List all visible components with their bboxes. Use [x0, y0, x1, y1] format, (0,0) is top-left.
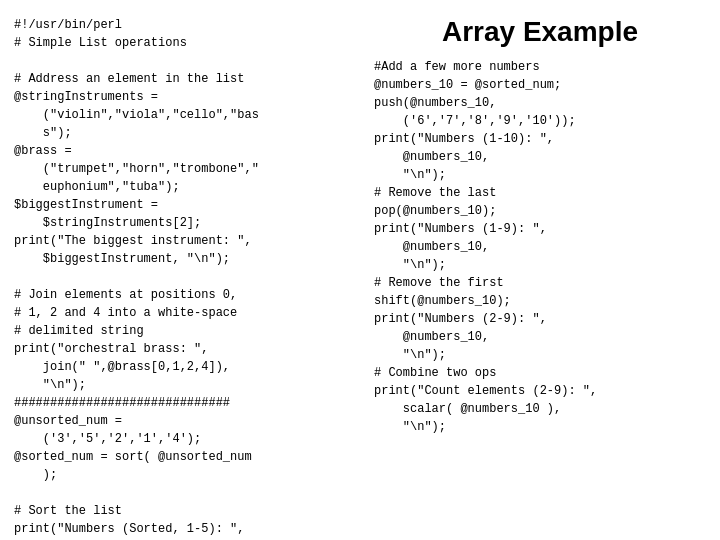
left-panel: #!/usr/bin/perl # Simple List operations…	[0, 0, 360, 540]
right-panel: Array Example #Add a few more numbers @n…	[360, 0, 720, 540]
left-code-block: #!/usr/bin/perl # Simple List operations…	[14, 16, 346, 540]
page-title: Array Example	[374, 16, 706, 48]
right-code-block: #Add a few more numbers @numbers_10 = @s…	[374, 58, 706, 436]
